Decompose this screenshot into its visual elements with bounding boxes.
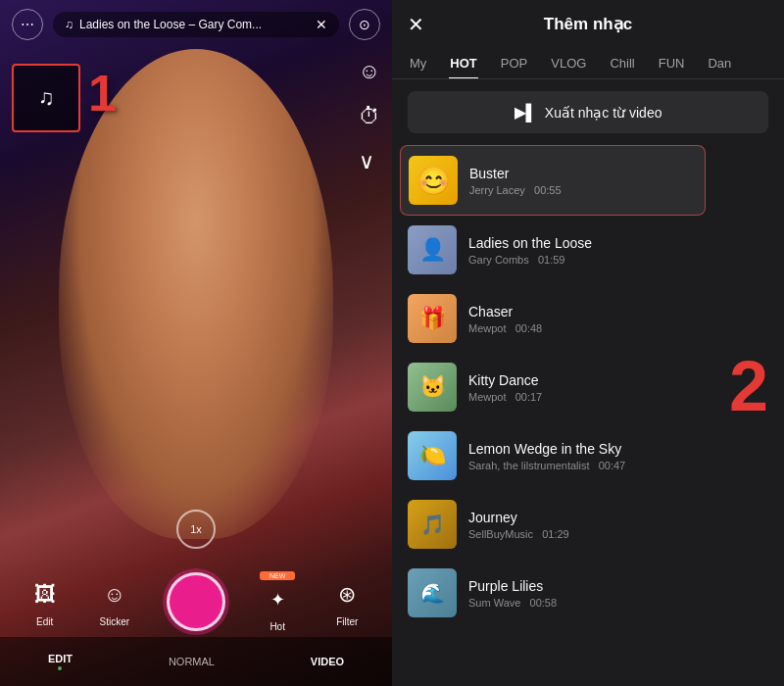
music-thumbnail-box[interactable]: ♫ (12, 64, 80, 132)
music-bar[interactable]: ♫ Ladies on the Loose – Gary Com... ✕ (53, 12, 339, 37)
music-info-buster: Buster Jerry Lacey 00:55 (469, 166, 697, 196)
category-tabs: My HOT POP VLOG Chill FUN Dan (392, 48, 784, 79)
music-info-journey: Journey SellBuyMusic 01:29 (468, 510, 698, 540)
tab-chill[interactable]: Chill (600, 48, 644, 78)
music-item-purple[interactable]: 🌊 Purple Lilies Sum Wave 00:58 (400, 559, 706, 627)
thumb-lemon: 🍋 (408, 431, 457, 480)
music-meta-buster: Jerry Lacey 00:55 (469, 184, 697, 196)
music-info-ladies: Ladies on the Loose Gary Combs 01:59 (468, 235, 698, 266)
music-meta-journey: SellBuyMusic 01:29 (468, 528, 698, 540)
music-section: 😊 Buster Jerry Lacey 00:55 👤 Ladies on t… (392, 145, 784, 627)
music-item-buster[interactable]: 😊 Buster Jerry Lacey 00:55 (400, 145, 706, 216)
panel-header: ✕ Thêm nhạc (392, 0, 784, 48)
music-item-chaser[interactable]: 🎁 Chaser Mewpot 00:48 (400, 284, 706, 353)
music-name-purple: Purple Lilies (468, 578, 698, 594)
export-video-button[interactable]: ▶▌ Xuất nhạc từ video (408, 91, 768, 133)
annotation-number-2: 2 (713, 351, 784, 421)
music-info-chaser: Chaser Mewpot 00:48 (468, 304, 698, 334)
thumb-kitty: 🐱 (408, 363, 457, 412)
tab-vlog[interactable]: VLOG (541, 48, 596, 78)
export-label: Xuất nhạc từ video (545, 105, 662, 121)
face-overlay (59, 49, 333, 539)
speed-indicator[interactable]: 1x (176, 510, 216, 549)
tab-pop[interactable]: POP (491, 48, 537, 78)
music-info-lemon: Lemon Wedge in the Sky Sarah, the lilstr… (468, 441, 698, 471)
music-name-journey: Journey (468, 510, 698, 525)
speed-label: 1x (190, 523, 202, 535)
music-meta-lemon: Sarah, the lilstrumentalist 00:47 (468, 460, 698, 471)
filter-icon: ⊛ (329, 577, 365, 612)
record-button[interactable] (167, 572, 225, 631)
hot-button[interactable]: NEW ✦ Hot (260, 571, 295, 632)
thumb-purple: 🌊 (408, 568, 457, 617)
music-item-ladies[interactable]: 👤 Ladies on the Loose Gary Combs 01:59 (400, 216, 706, 284)
annotation-number-1: 1 (88, 64, 117, 122)
music-panel: ✕ Thêm nhạc My HOT POP VLOG Chill FUN Da… (392, 0, 784, 686)
music-info-kitty: Kitty Dance Mewpot 00:17 (468, 372, 698, 403)
music-name-lemon: Lemon Wedge in the Sky (468, 441, 698, 457)
music-name-kitty: Kitty Dance (468, 372, 698, 388)
menu-icon[interactable]: ⋯ (12, 9, 43, 40)
tab-fun[interactable]: FUN (649, 48, 695, 78)
panel-title: Thêm nhạc (544, 14, 632, 34)
music-item-journey[interactable]: 🎵 Journey SellBuyMusic 01:29 (400, 490, 706, 559)
sticker-label: Sticker (100, 616, 130, 627)
music-meta-purple: Sum Wave 00:58 (468, 597, 698, 609)
filter-label: Filter (336, 616, 358, 627)
music-meta-chaser: Mewpot 00:48 (468, 322, 698, 334)
music-title-text: Ladies on the Loose – Gary Com... (79, 18, 310, 31)
emoji-icon[interactable]: ☺ (359, 59, 380, 84)
music-meta-ladies: Gary Combs 01:59 (468, 254, 698, 266)
hot-label: Hot (270, 621, 285, 632)
tab-dan[interactable]: Dan (698, 48, 741, 78)
music-note-icon: ♫ (65, 18, 74, 31)
timer-icon[interactable]: ⏱ (359, 104, 380, 129)
thumb-journey: 🎵 (408, 500, 457, 549)
export-icon: ▶▌ (514, 103, 537, 122)
filter-button[interactable]: ⊛ Filter (329, 577, 365, 627)
sticker-icon: ☺ (97, 577, 132, 612)
music-name-chaser: Chaser (468, 304, 698, 319)
sticker-button[interactable]: ☺ Sticker (97, 577, 132, 627)
tab-video[interactable]: VIDEO (311, 656, 344, 667)
music-item-kitty[interactable]: 🐱 Kitty Dance Mewpot 00:17 (400, 353, 706, 421)
music-info-purple: Purple Lilies Sum Wave 00:58 (468, 578, 698, 609)
music-name-buster: Buster (469, 166, 697, 181)
bottom-controls: 🖼 Edit ☺ Sticker NEW ✦ Hot ⊛ Filter (0, 571, 392, 632)
tab-edit[interactable]: EDIT (48, 653, 73, 670)
tab-hot[interactable]: HOT (440, 48, 486, 78)
bottom-tabs: EDIT NORMAL VIDEO (0, 637, 392, 686)
tab-my[interactable]: My (400, 48, 436, 78)
thumb-chaser: 🎁 (408, 294, 457, 343)
face-skin (59, 49, 333, 539)
edit-icon: 🖼 (27, 577, 63, 612)
music-item-lemon[interactable]: 🍋 Lemon Wedge in the Sky Sarah, the lils… (400, 421, 706, 490)
hot-icon: ✦ (260, 582, 295, 617)
music-note-large-icon: ♫ (38, 85, 55, 111)
music-name-ladies: Ladies on the Loose (468, 235, 698, 251)
tab-normal[interactable]: NORMAL (169, 656, 215, 667)
thumb-ladies: 👤 (408, 225, 457, 274)
right-side-icons: ☺ ⏱ ∨ (359, 59, 380, 174)
face-effect-icon[interactable]: ⊙ (349, 9, 380, 40)
edit-label: Edit (36, 616, 53, 627)
music-list: 😊 Buster Jerry Lacey 00:55 👤 Ladies on t… (392, 145, 713, 627)
thumb-buster: 😊 (409, 156, 458, 205)
music-close-icon[interactable]: ✕ (316, 17, 327, 32)
top-bar: ⋯ ♫ Ladies on the Loose – Gary Com... ✕ … (0, 0, 392, 49)
new-badge: NEW (260, 571, 295, 580)
music-meta-kitty: Mewpot 00:17 (468, 391, 698, 403)
edit-button[interactable]: 🖼 Edit (27, 577, 63, 627)
record-circle (167, 572, 225, 631)
chevron-down-icon[interactable]: ∨ (359, 149, 380, 174)
panel-close-icon[interactable]: ✕ (408, 13, 424, 36)
camera-panel: ⋯ ♫ Ladies on the Loose – Gary Com... ✕ … (0, 0, 392, 686)
